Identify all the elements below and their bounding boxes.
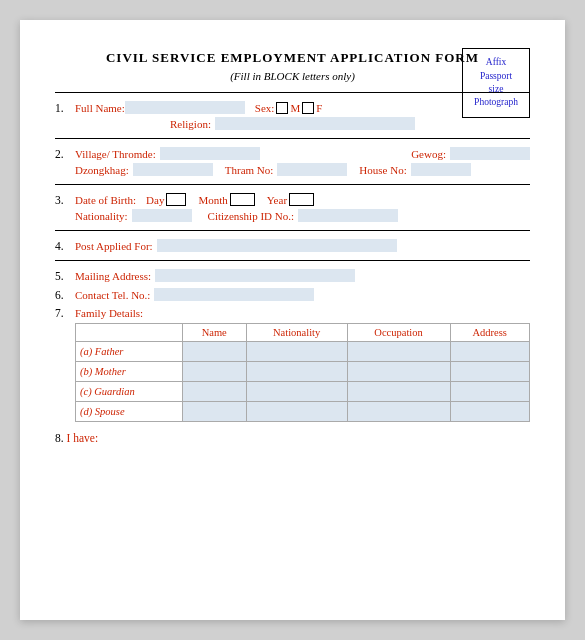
passport-label: Affix Passport size Photograph bbox=[474, 56, 518, 109]
section-7-num: 7. bbox=[55, 307, 75, 319]
section-3: 3. Date of Birth: Day Month Year Nationa… bbox=[55, 193, 530, 222]
sex-f-checkbox[interactable] bbox=[302, 102, 314, 114]
contact-input[interactable] bbox=[154, 288, 314, 301]
gewog-input[interactable] bbox=[450, 147, 530, 160]
religion-input[interactable] bbox=[215, 117, 415, 130]
section-3-num: 3. bbox=[55, 194, 75, 206]
section-8-num: 8. bbox=[55, 432, 64, 444]
mother-label: (b) Mother bbox=[76, 362, 183, 382]
section-4-num: 4. bbox=[55, 240, 75, 252]
full-name-label: Full Name: bbox=[75, 102, 125, 114]
row-dob: 3. Date of Birth: Day Month Year bbox=[55, 193, 530, 206]
father-address[interactable] bbox=[450, 342, 530, 362]
gewog-label: Gewog: bbox=[411, 148, 446, 160]
section-2-num: 2. bbox=[55, 148, 75, 160]
section-6-num: 6. bbox=[55, 289, 75, 301]
mailing-input[interactable] bbox=[155, 269, 355, 282]
dob-label: Date of Birth: bbox=[75, 194, 136, 206]
row-village: 2. Village/ Thromde: Gewog: bbox=[55, 147, 530, 160]
mailing-label: Mailing Address: bbox=[75, 270, 151, 282]
village-input[interactable] bbox=[160, 147, 260, 160]
dzongkhag-input[interactable] bbox=[133, 163, 213, 176]
spouse-label: (d) Spouse bbox=[76, 402, 183, 422]
guardian-address[interactable] bbox=[450, 382, 530, 402]
father-occupation[interactable] bbox=[347, 342, 450, 362]
col-nationality: Nationality bbox=[246, 324, 347, 342]
row-mailing: 5. Mailing Address: bbox=[55, 269, 530, 282]
house-label: House No: bbox=[359, 164, 406, 176]
family-table: Name Nationality Occupation Address (a) … bbox=[75, 323, 530, 422]
spouse-address[interactable] bbox=[450, 402, 530, 422]
mother-name[interactable] bbox=[182, 362, 246, 382]
month-input[interactable] bbox=[230, 193, 255, 206]
year-label: Year bbox=[267, 194, 287, 206]
table-row: (a) Father bbox=[76, 342, 530, 362]
spouse-occupation[interactable] bbox=[347, 402, 450, 422]
section-2: 2. Village/ Thromde: Gewog: Dzongkhag: T… bbox=[55, 147, 530, 176]
table-header-row: Name Nationality Occupation Address bbox=[76, 324, 530, 342]
citizenship-label: Citizenship ID No.: bbox=[208, 210, 294, 222]
f-label: F bbox=[316, 102, 322, 114]
nationality-input[interactable] bbox=[132, 209, 192, 222]
citizenship-input[interactable] bbox=[298, 209, 398, 222]
section-5: 5. Mailing Address: bbox=[55, 269, 530, 282]
row-post: 4. Post Applied For: bbox=[55, 239, 530, 252]
mother-address[interactable] bbox=[450, 362, 530, 382]
row-dzongkhag: Dzongkhag: Thram No: House No: bbox=[75, 163, 530, 176]
form-page: CIVIL SERVICE EMPLOYMENT APPLICATION FOR… bbox=[20, 20, 565, 620]
passport-photo-box: Affix Passport size Photograph bbox=[462, 48, 530, 118]
guardian-occupation[interactable] bbox=[347, 382, 450, 402]
mother-nationality[interactable] bbox=[246, 362, 347, 382]
thram-input[interactable] bbox=[277, 163, 347, 176]
spouse-name[interactable] bbox=[182, 402, 246, 422]
thram-label: Thram No: bbox=[225, 164, 274, 176]
father-name[interactable] bbox=[182, 342, 246, 362]
divider-3 bbox=[55, 230, 530, 231]
dzongkhag-label: Dzongkhag: bbox=[75, 164, 129, 176]
divider-4 bbox=[55, 260, 530, 261]
guardian-label: (c) Guardian bbox=[76, 382, 183, 402]
day-input[interactable] bbox=[166, 193, 186, 206]
section-8: 8. I have: bbox=[55, 432, 530, 444]
col-blank bbox=[76, 324, 183, 342]
nationality-label: Nationality: bbox=[75, 210, 128, 222]
section-1: 1. Full Name: Sex: M F Religion: bbox=[55, 101, 530, 130]
sex-label: Sex: bbox=[255, 102, 275, 114]
full-name-input[interactable] bbox=[125, 101, 245, 114]
col-name: Name bbox=[182, 324, 246, 342]
village-label: Village/ Thromde: bbox=[75, 148, 156, 160]
post-label: Post Applied For: bbox=[75, 240, 153, 252]
religion-label: Religion: bbox=[170, 118, 211, 130]
section-6: 6. Contact Tel. No.: bbox=[55, 288, 530, 301]
mother-occupation[interactable] bbox=[347, 362, 450, 382]
month-label: Month bbox=[198, 194, 227, 206]
table-row: (b) Mother bbox=[76, 362, 530, 382]
table-row: (d) Spouse bbox=[76, 402, 530, 422]
row-nationality: Nationality: Citizenship ID No.: bbox=[75, 209, 530, 222]
post-input[interactable] bbox=[157, 239, 397, 252]
family-label: Family Details: bbox=[75, 307, 143, 319]
form-title: CIVIL SERVICE EMPLOYMENT APPLICATION FOR… bbox=[55, 50, 530, 66]
sex-m-checkbox[interactable] bbox=[276, 102, 288, 114]
section-4: 4. Post Applied For: bbox=[55, 239, 530, 252]
year-input[interactable] bbox=[289, 193, 314, 206]
table-row: (c) Guardian bbox=[76, 382, 530, 402]
guardian-name[interactable] bbox=[182, 382, 246, 402]
col-occupation: Occupation bbox=[347, 324, 450, 342]
family-table-wrapper: Name Nationality Occupation Address (a) … bbox=[75, 323, 530, 422]
guardian-nationality[interactable] bbox=[246, 382, 347, 402]
section-7: 7. Family Details: Name Nationality Occu… bbox=[55, 307, 530, 422]
row-family-header: 7. Family Details: bbox=[55, 307, 530, 319]
col-address: Address bbox=[450, 324, 530, 342]
father-nationality[interactable] bbox=[246, 342, 347, 362]
m-label: M bbox=[290, 102, 300, 114]
divider-2 bbox=[55, 184, 530, 185]
section-1-num: 1. bbox=[55, 102, 75, 114]
form-subtitle: (Fill in BLOCK letters only) bbox=[55, 70, 530, 82]
father-label: (a) Father bbox=[76, 342, 183, 362]
divider-top bbox=[55, 92, 530, 93]
spouse-nationality[interactable] bbox=[246, 402, 347, 422]
section-8-label: I have: bbox=[67, 432, 99, 444]
house-input[interactable] bbox=[411, 163, 471, 176]
row-fullname: 1. Full Name: Sex: M F bbox=[55, 101, 530, 114]
